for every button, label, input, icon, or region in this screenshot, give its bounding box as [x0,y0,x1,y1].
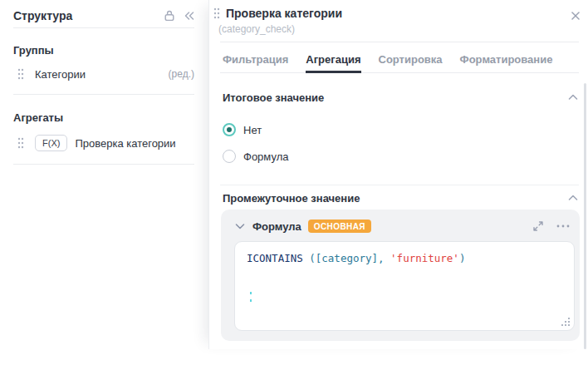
formula-card-header: Формула ОСНОВНАЯ [233,217,571,235]
lock-icon [163,9,176,22]
total-value-heading: Итоговое значение [223,91,566,104]
settings-tabs: Фильтрация Агрегация Сортировка Форматир… [220,47,579,73]
code-token-paren: ) [459,252,466,264]
code-token-function: ICONTAINS [247,252,303,264]
structure-sidebar: Структура Группы [0,0,208,349]
radio-option-none[interactable]: Нет [223,121,262,138]
sidebar-header: Структура [13,5,199,27]
close-icon [570,10,581,22]
collapse-section-button[interactable] [566,90,581,105]
total-value-section-header: Итоговое значение [223,90,581,105]
tab-filtering[interactable]: Фильтрация [223,47,288,73]
chevron-down-icon [234,220,246,232]
aggregate-item[interactable]: F(X) Проверка категории [13,133,194,153]
group-item-label: Категории [35,68,86,81]
sidebar-title: Структура [13,9,159,22]
code-token-field: ([category], [303,252,390,264]
resize-grip-icon[interactable] [561,317,571,327]
intermediate-value-heading: Промежуточное значение [223,192,566,205]
tab-formatting[interactable]: Форматирование [460,47,553,73]
tab-sorting[interactable]: Сортировка [379,47,443,73]
chevrons-left-icon [183,9,196,22]
collapse-formula-button[interactable] [233,219,247,234]
drag-handle-icon [17,68,24,80]
expand-icon [532,220,544,232]
more-menu-button[interactable] [555,218,571,234]
code-token-string: 'furniture' [390,252,459,264]
formula-card-title: Формула [252,220,301,233]
primary-badge: ОСНОВНАЯ [308,220,371,233]
close-button[interactable] [566,6,586,26]
field-settings-panel: Проверка категории (category_check) Филь… [208,0,588,349]
intermediate-value-section-header: Промежуточное значение [223,190,581,205]
aggregates-heading: Агрегаты [13,111,63,124]
drag-handle-icon[interactable] [213,7,220,19]
formula-code-editor[interactable]: ICONTAINS ([category], 'furniture') [234,241,575,331]
formula-code-line: ICONTAINS ([category], 'furniture') [247,252,465,264]
radio-selected-icon [223,123,236,136]
edit-group-link[interactable]: (ред.) [169,68,194,80]
formula-type-badge: F(X) [35,135,67,151]
panel-title: Проверка категории [226,7,342,20]
sidebar-divider [13,27,194,28]
panel-header: Проверка категории (category_check) [213,7,563,35]
aggregate-item-label: Проверка категории [75,137,175,150]
field-settings-dialog: Структура Группы [0,0,588,370]
chevron-up-icon [567,192,579,204]
radio-label-none: Нет [243,124,262,136]
header-divider [220,42,579,42]
radio-label-formula: Формула [243,150,288,163]
sidebar-divider [13,94,194,95]
panel-subtitle: (category_check) [218,23,563,35]
collapse-sidebar-button[interactable] [179,6,199,26]
drag-handle-icon [17,137,24,149]
editor-caret [250,292,252,307]
chevron-up-icon [567,91,579,103]
group-item-categories[interactable]: Категории (ред.) [13,64,194,84]
panel-scrollbar[interactable] [584,83,586,349]
sidebar-divider [13,164,194,165]
radio-unselected-icon [223,150,236,163]
collapse-section-button[interactable] [566,190,581,205]
groups-heading: Группы [13,44,54,57]
expand-editor-button[interactable] [530,218,546,234]
radio-option-formula[interactable]: Формула [223,148,288,165]
tab-aggregation[interactable]: Агрегация [306,47,360,73]
ellipsis-icon [556,224,570,228]
formula-card: Формула ОСНОВНАЯ [221,210,580,341]
section-divider [220,185,579,185]
lock-button[interactable] [159,6,179,26]
